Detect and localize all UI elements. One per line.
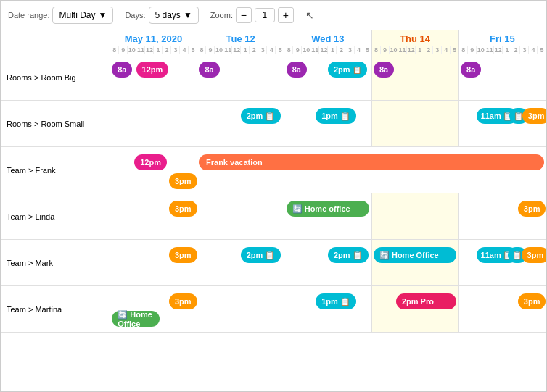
chevron-down-icon: ▼ [184, 10, 192, 20]
day-cell: 11am 📋 📋 3pm [458, 101, 546, 147]
table-row: Team > Linda 3pm 🔄 Home office 3pm [1, 193, 546, 240]
event[interactable]: 1pm 📋 [316, 108, 356, 124]
event[interactable]: 3pm [518, 201, 546, 217]
date-label-0: May 11, 2020 [110, 30, 197, 46]
day-cell: 8a 12pm [110, 54, 197, 101]
hour-ticks-1: 8910111212345 [197, 46, 284, 54]
resource-label: Team > Frank [1, 147, 110, 193]
day-cell-today [371, 101, 458, 147]
event[interactable]: 3pm [169, 173, 197, 189]
frank-vacation-event[interactable]: Frank vacation [199, 154, 544, 170]
day-cell-today: 8a [371, 54, 458, 101]
event[interactable]: 12pm [134, 154, 167, 170]
date-label-1: Tue 12 [197, 30, 284, 46]
day-cell: 1pm 📋 [284, 101, 371, 147]
home-office-mark-event[interactable]: 🔄 Home Office [374, 247, 456, 263]
day-cell-today: 2pm Pro [371, 286, 458, 333]
event[interactable]: 3pm [169, 247, 197, 263]
date-range-select[interactable]: Multi Day ▼ [52, 7, 113, 24]
event[interactable]: 2pm 📋 [241, 108, 281, 124]
day-cell: 8a 2pm 📋 [284, 54, 371, 101]
day-cell: 2pm 📋 [197, 101, 284, 147]
day-cell: 3pm [110, 193, 197, 240]
day-cell-span: Frank vacation [197, 147, 546, 193]
days-group: Days: 5 days ▼ [125, 7, 198, 24]
date-label-4: Fri 15 [459, 30, 546, 46]
day-cell [110, 101, 197, 147]
days-label: Days: [125, 11, 145, 20]
event[interactable]: 8a [461, 62, 481, 78]
table-row: Team > Frank 12pm 3pm Frank vacation [1, 147, 546, 193]
day-cell-today: 🔄 Home Office [371, 240, 458, 286]
day-cell: 3pm [458, 193, 546, 240]
day-cell [197, 286, 284, 333]
date-range-label: Date range: [8, 11, 49, 20]
event[interactable]: 3pm [522, 108, 546, 124]
day-cell: 3pm [110, 240, 197, 286]
event[interactable]: 2pm 📋 [328, 62, 367, 78]
day-cell: 3pm [458, 286, 546, 333]
day-cell: 8a [458, 54, 546, 101]
resource-label: Rooms > Room Big [1, 54, 110, 101]
event[interactable]: 2pm 📋 [241, 247, 281, 263]
event[interactable]: 8a [112, 62, 132, 78]
resource-label: Team > Linda [1, 193, 110, 240]
hour-ticks-4: 8910111212345 [459, 46, 546, 54]
chevron-down-icon: ▼ [99, 10, 107, 20]
hour-ticks-2: 8910111212345 [284, 46, 371, 54]
home-office-martina-event[interactable]: 🔄 Home Office [112, 311, 160, 327]
day-cell [197, 193, 284, 240]
date-label-3: Thu 14 [372, 30, 458, 46]
day-cell: 12pm 3pm [110, 147, 197, 193]
days-select[interactable]: 5 days ▼ [149, 7, 199, 24]
toolbar: Date range: Multi Day ▼ Days: 5 days ▼ Z… [1, 1, 546, 30]
event[interactable]: 1pm 📋 [316, 293, 356, 309]
zoom-controls: − 1 + [236, 7, 294, 23]
table-row: Team > Mark 3pm 2pm 📋 2pm 📋 🔄 Home Offic… [1, 240, 546, 286]
hour-ticks-0: 8910111212345 [110, 46, 197, 54]
day-cell: 2pm 📋 [197, 240, 284, 286]
date-label-2: Wed 13 [284, 30, 371, 46]
day-cell: 11am 📋 📋 3pm [458, 240, 546, 286]
event[interactable]: 2pm 📋 [328, 247, 369, 263]
day-cell: 3pm 🔄 Home Office [110, 286, 197, 333]
table-row: Rooms > Room Small 2pm 📋 1pm 📋 11am 📋 📋 … [1, 101, 546, 147]
calendar-container: Date range: Multi Day ▼ Days: 5 days ▼ Z… [0, 0, 547, 392]
cursor-icon: ↖ [305, 9, 314, 21]
event[interactable]: 2pm Pro [396, 293, 456, 309]
event[interactable]: 3pm [169, 201, 197, 217]
table-row: Rooms > Room Big 8a 12pm 8a 8a 2pm 📋 [1, 54, 546, 101]
header-row: May 11, 2020 8910111212345 Tue 12 891011… [1, 30, 546, 54]
home-office-linda-event[interactable]: 🔄 Home office [287, 201, 369, 217]
day-cell: 8a [197, 54, 284, 101]
day-cell: 🔄 Home office [284, 193, 371, 240]
zoom-label: Zoom: [210, 11, 233, 20]
resource-label: Team > Mark [1, 240, 110, 286]
event[interactable]: 3pm [518, 293, 546, 309]
event[interactable]: 12pm [136, 62, 169, 78]
event[interactable]: 3pm [169, 293, 197, 309]
day-cell: 1pm 📋 [284, 286, 371, 333]
date-range-group: Date range: Multi Day ▼ [8, 7, 113, 24]
zoom-minus-button[interactable]: − [236, 7, 252, 23]
zoom-plus-button[interactable]: + [278, 7, 294, 23]
day-cell: 2pm 📋 [284, 240, 371, 286]
hour-ticks-3: 8910111212345 [372, 46, 458, 54]
zoom-value: 1 [255, 8, 275, 22]
calendar-grid: May 11, 2020 8910111212345 Tue 12 891011… [1, 30, 546, 378]
event[interactable]: 8a [287, 62, 307, 78]
resource-label: Team > Martina [1, 286, 110, 333]
event[interactable]: 3pm [522, 247, 546, 263]
zoom-group: Zoom: − 1 + [210, 7, 294, 23]
resource-label: Rooms > Room Small [1, 101, 110, 147]
day-cell-today [371, 193, 458, 240]
event[interactable]: 8a [199, 62, 219, 78]
event[interactable]: 8a [374, 62, 394, 78]
table-row: Team > Martina 3pm 🔄 Home Office 1pm 📋 2… [1, 286, 546, 333]
